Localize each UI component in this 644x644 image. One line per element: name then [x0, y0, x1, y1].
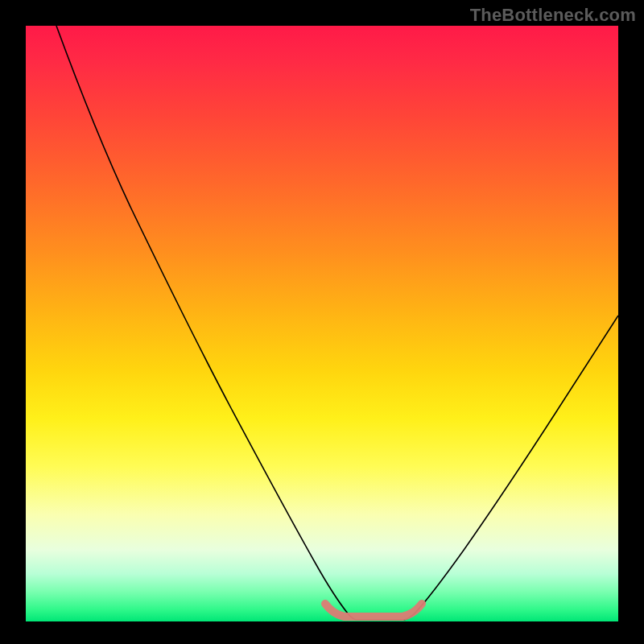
plot-area [26, 26, 618, 621]
watermark-label: TheBottleneck.com [470, 5, 636, 26]
bottleneck-curve [56, 26, 618, 620]
chart-svg [26, 26, 618, 621]
valley-marker [325, 604, 422, 617]
chart-frame: TheBottleneck.com [0, 0, 644, 644]
